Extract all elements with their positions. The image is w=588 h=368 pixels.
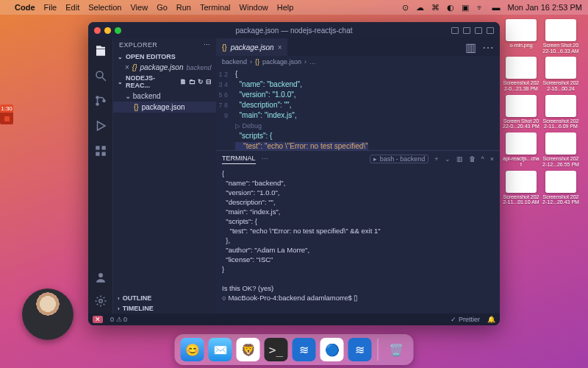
menu-file[interactable]: File (44, 3, 57, 12)
refresh-icon[interactable]: ↻ (198, 78, 204, 85)
json-icon: {} (132, 63, 137, 71)
extensions-icon[interactable] (94, 144, 107, 158)
window-close-icon[interactable] (94, 27, 101, 34)
json-icon: {} (222, 43, 227, 52)
close-tab-icon[interactable]: × (278, 43, 282, 52)
problems-indicator[interactable]: 0 ⚠ 0 (110, 316, 127, 323)
dock-app-terminal[interactable]: >_ (265, 338, 288, 361)
window-minimize-icon[interactable] (104, 27, 111, 34)
menu-terminal[interactable]: Terminal (200, 3, 231, 12)
desktop-file[interactable]: Screen Shot 2022-0...20.43 PM (503, 95, 539, 130)
gear-icon[interactable] (94, 294, 107, 308)
more-icon[interactable]: ⋯ (482, 40, 494, 54)
menu-view[interactable]: View (130, 3, 148, 12)
layout-toggle-icon[interactable] (475, 27, 482, 34)
dock-trash[interactable]: 🗑️ (384, 338, 408, 361)
recording-time: 1:30 (0, 105, 13, 113)
line-numbers: 1 2 3 4 5 6 7 8 9 (216, 68, 232, 150)
terminal-tab[interactable]: TERMINAL (222, 155, 256, 164)
editor-tab[interactable]: {} package.json × (216, 38, 287, 56)
breadcrumb[interactable]: backend› {} package.json›… (216, 56, 500, 68)
menubar-app-name[interactable]: Code (15, 3, 35, 12)
dock-app-vscode[interactable]: ≋ (293, 338, 316, 361)
project-section[interactable]: ⌄ NODEJS-REAC... 🗎🗀↻⊟ (113, 73, 216, 91)
menu-help[interactable]: Help (277, 3, 294, 12)
desktop-file[interactable]: Screenshot 2022-12...26.55 PM (542, 132, 579, 167)
menubar-status-icon[interactable]: ◐ (447, 3, 454, 13)
close-icon[interactable]: × (125, 63, 129, 71)
desktop-file[interactable]: api-reactjs...chat (503, 132, 539, 167)
trash-icon[interactable]: 🗑 (469, 155, 476, 163)
recording-indicator[interactable]: 1:30 (0, 105, 13, 124)
menu-run[interactable]: Run (176, 3, 191, 12)
code-content[interactable]: { "name": "backend", "version": "1.0.0",… (232, 68, 500, 150)
svg-rect-5 (96, 146, 99, 149)
status-bar: ✕ 0 ⚠ 0 ✓ Prettier 🔔 (88, 314, 500, 325)
terminal-shell-selector[interactable]: ▸bash - backend (370, 155, 429, 163)
desktop-file[interactable]: Screenshot 2022-11...6.09 PM (542, 95, 579, 130)
menubar-status-icon[interactable]: ⊙ (402, 3, 409, 13)
menubar-clock[interactable]: Mon Jan 16 2:53 PM (507, 3, 582, 12)
svg-point-0 (96, 71, 103, 78)
webcam-overlay[interactable] (22, 289, 74, 340)
menubar-status-icon[interactable]: ▣ (462, 3, 469, 13)
menu-edit[interactable]: Edit (65, 3, 79, 12)
account-icon[interactable] (94, 271, 107, 284)
menu-selection[interactable]: Selection (88, 3, 121, 12)
svg-point-2 (96, 96, 99, 99)
stop-recording-icon[interactable] (4, 116, 10, 121)
new-folder-icon[interactable]: 🗀 (189, 78, 196, 85)
more-icon[interactable]: ⋯ (262, 155, 268, 163)
search-icon[interactable] (94, 69, 107, 82)
dock-app-brave[interactable]: 🦁 (237, 338, 260, 361)
split-editor-icon[interactable]: ▥ (465, 40, 476, 54)
explorer-icon[interactable] (94, 44, 107, 57)
terminal-output[interactable]: { "name": "backend", "version": "1.0.0",… (216, 167, 500, 314)
dock-app-mail[interactable]: ✉️ (209, 338, 232, 361)
timeline-section[interactable]: ›TIMELINE (113, 303, 216, 314)
layout-toggle-icon[interactable] (463, 27, 470, 34)
desktop-file[interactable]: Screenshot 2022-0...21.38 PM (503, 57, 539, 91)
maximize-panel-icon[interactable]: ^ (481, 155, 484, 163)
svg-point-10 (98, 300, 102, 303)
debug-icon[interactable] (94, 119, 107, 132)
desktop-file[interactable]: Screenshot 2022-11...01.10 AM (503, 171, 539, 205)
chevron-down-icon[interactable]: ⌄ (445, 155, 451, 163)
menu-window[interactable]: Window (240, 3, 268, 12)
more-icon[interactable]: ⋯ (204, 41, 210, 49)
layout-toggle-icon[interactable] (451, 27, 459, 34)
svg-point-3 (96, 102, 99, 106)
notifications-icon[interactable]: 🔔 (487, 316, 495, 323)
chevron-right-icon: › (118, 295, 120, 302)
vscode-titlebar[interactable]: package.json — nodejs-reactjs-chat (88, 22, 500, 38)
chevron-right-icon: › (118, 305, 120, 312)
dock-app-finder[interactable]: 😊 (181, 338, 204, 361)
open-editor-item[interactable]: × {} package.json backend (113, 62, 216, 73)
dock-app-vscode-insiders[interactable]: ≋ (348, 338, 372, 361)
prettier-status[interactable]: ✓ Prettier (451, 316, 480, 323)
menubar-wifi-icon[interactable]: ᯤ (476, 3, 484, 12)
new-file-icon[interactable]: 🗎 (180, 78, 187, 85)
window-zoom-icon[interactable] (115, 27, 121, 34)
close-panel-icon[interactable]: × (490, 155, 494, 163)
desktop-file[interactable]: o-min.png (503, 19, 539, 54)
split-terminal-icon[interactable]: ▥ (456, 155, 463, 163)
menu-go[interactable]: Go (157, 3, 168, 12)
new-terminal-icon[interactable]: + (434, 155, 438, 163)
open-editors-section[interactable]: ⌄OPEN EDITORS (113, 52, 216, 62)
outline-section[interactable]: ›OUTLINE (113, 293, 216, 303)
dock-app-chrome[interactable]: 🔵 (320, 338, 344, 361)
menubar-status-icon[interactable]: ☁ (416, 3, 424, 13)
desktop-file[interactable]: Screenshot 2022-10...00.24 (542, 57, 579, 91)
tree-folder[interactable]: ⌄ backend (113, 91, 216, 102)
desktop-file[interactable]: Screen Shot 2022-10...6.33 AM (542, 19, 579, 54)
menubar-status-icon[interactable]: ⌘ (431, 3, 440, 13)
collapse-icon[interactable]: ⊟ (206, 78, 212, 85)
tree-file[interactable]: {}package.json (113, 102, 216, 113)
desktop-file[interactable]: Screenshot 2022-12...20.43 PM (542, 171, 579, 205)
remote-indicator[interactable]: ✕ (93, 316, 103, 323)
source-control-icon[interactable] (94, 94, 107, 107)
layout-toggle-icon[interactable] (487, 27, 494, 34)
menubar-battery-icon[interactable]: ▬ (492, 3, 500, 12)
code-editor[interactable]: 1 2 3 4 5 6 7 8 9 { "name": "backend", "… (216, 68, 500, 150)
